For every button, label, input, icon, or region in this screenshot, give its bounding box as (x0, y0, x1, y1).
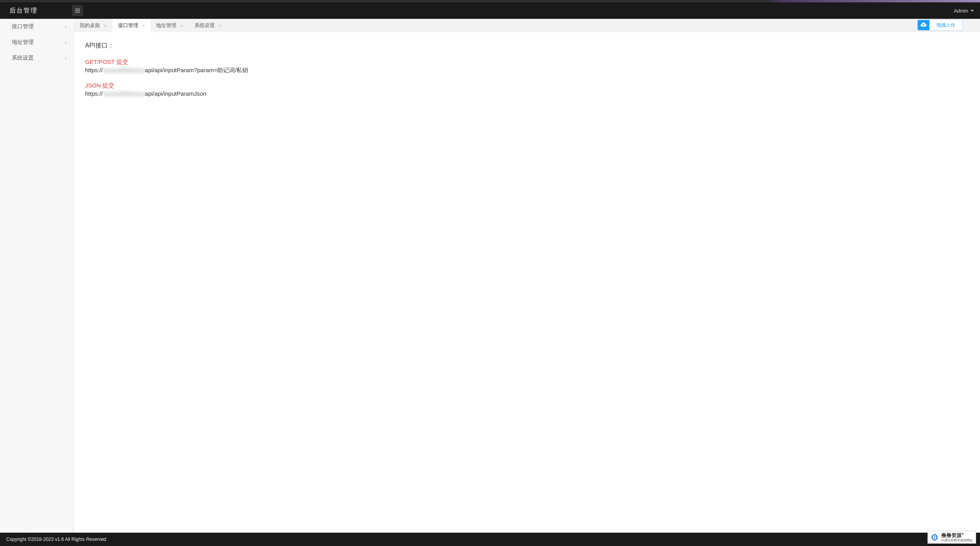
footer-bar: Copyright ©2018-2023 v1.6 All Rights Res… (0, 533, 980, 546)
sidebar-item-api[interactable]: 接口管理 › (0, 19, 74, 35)
user-name: Admin (954, 8, 968, 14)
url-redacted: xxxxxx000xxxxx (103, 90, 145, 97)
section-heading-getpost: GET/POST 提交 (85, 58, 969, 66)
watermark-sub: 白嫖互联网资源的网站 (941, 538, 973, 542)
header-bar: 后台管理 Admin (0, 2, 980, 19)
chevron-down-icon (971, 10, 974, 12)
tab-label: 系统设置 (194, 22, 215, 29)
brand-title: 后台管理 (9, 7, 72, 15)
sidebar-toggle-button[interactable] (72, 5, 83, 16)
user-menu[interactable]: Admin (954, 8, 974, 14)
tab-api[interactable]: 接口管理 × (113, 19, 151, 32)
sidebar-item-settings[interactable]: 系统设置 › (0, 50, 74, 66)
api-url-getpost: https://xxxxxx000xxxxxapi/api/inputParam… (85, 67, 969, 74)
cloud-upload-icon (918, 20, 929, 30)
sidebar-item-label: 接口管理 (12, 23, 34, 30)
page-title: API接口： (85, 42, 969, 50)
tab-desktop[interactable]: 我的桌面 × (74, 19, 113, 32)
page-body: API接口： GET/POST 提交 https://xxxxxx000xxxx… (74, 32, 980, 533)
watermark-badge: 撸撸资源® 白嫖互联网资源的网站 (927, 531, 976, 544)
close-icon[interactable]: × (180, 23, 183, 28)
section-heading-json: JSON 提交 (85, 82, 969, 89)
url-suffix: api/api/inputParamJson (145, 90, 207, 97)
tab-label: 接口管理 (118, 22, 138, 29)
watermark-logo-icon (930, 533, 939, 542)
url-suffix: api/api/inputParam?param=助记词/私钥 (145, 67, 249, 73)
close-icon[interactable]: × (104, 23, 107, 28)
upload-label: 拖拽上传 (929, 22, 962, 29)
copyright-text: Copyright ©2018-2023 v1.6 All Rights Res… (6, 537, 106, 542)
url-prefix: https:// (85, 67, 103, 73)
upload-widget[interactable]: 拖拽上传 (917, 20, 963, 31)
watermark-name: 撸撸资源 (941, 532, 962, 538)
menu-collapse-icon (74, 7, 81, 14)
tab-bar: 我的桌面 × 接口管理 × 地址管理 × 系统设置 × (74, 19, 980, 32)
close-icon[interactable]: × (142, 23, 145, 28)
close-icon[interactable]: × (219, 23, 222, 28)
url-redacted: xxxxxx000xxxxx (103, 67, 145, 73)
chevron-right-icon: › (65, 24, 67, 30)
sidebar-item-label: 地址管理 (12, 39, 34, 46)
tab-address[interactable]: 地址管理 × (151, 19, 189, 32)
content-area: 我的桌面 × 接口管理 × 地址管理 × 系统设置 × 拖拽上传 API接口 (74, 19, 980, 533)
sidebar-item-address[interactable]: 地址管理 › (0, 35, 74, 50)
api-url-json: https://xxxxxx000xxxxxapi/api/inputParam… (85, 90, 969, 97)
chevron-right-icon: › (65, 55, 67, 61)
sidebar: 接口管理 › 地址管理 › 系统设置 › (0, 19, 74, 533)
url-prefix: https:// (85, 90, 103, 97)
sidebar-item-label: 系统设置 (12, 55, 34, 62)
tab-settings[interactable]: 系统设置 × (189, 19, 227, 32)
tab-label: 我的桌面 (80, 22, 100, 29)
registered-icon: ® (962, 532, 964, 536)
chevron-right-icon: › (65, 39, 67, 46)
tab-label: 地址管理 (156, 22, 176, 29)
